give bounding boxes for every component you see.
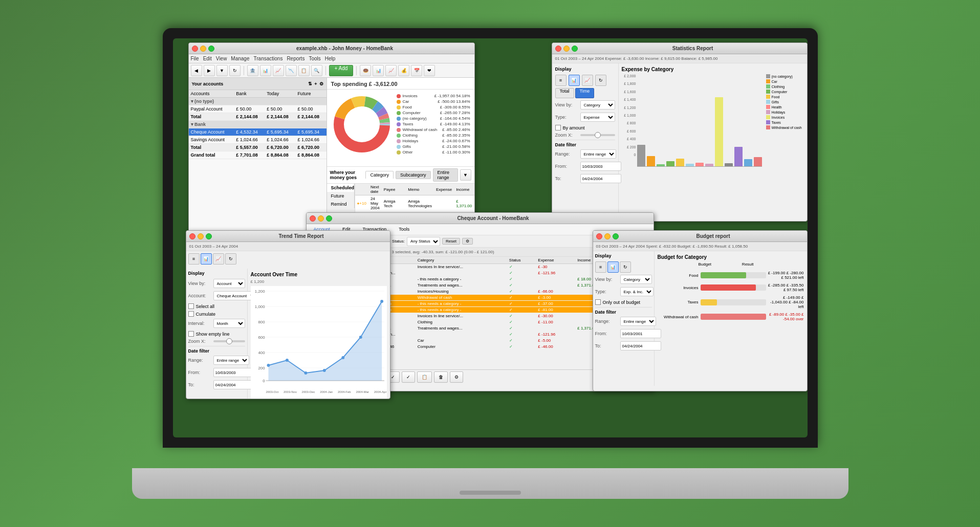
trend-range-select[interactable]: Entire range — [213, 356, 249, 365]
close-btn[interactable] — [192, 46, 198, 52]
main-window-controls[interactable] — [192, 46, 214, 52]
budget-viewby-select[interactable]: Category — [620, 275, 652, 284]
sched-row-1[interactable]: ●+10 24 May 2004 Amiga Tech Amiga Techno… — [355, 195, 474, 212]
stats-icon-line[interactable]: 📈 — [582, 75, 593, 86]
trend-min[interactable] — [198, 233, 204, 239]
trend-icon-list[interactable]: ≡ — [188, 253, 200, 265]
stats-zoom-slider[interactable] — [580, 134, 615, 136]
stats-icon-refresh[interactable]: ↻ — [595, 75, 606, 86]
toolbar-cal[interactable]: 📅 — [411, 65, 422, 76]
filter-icon[interactable]: ⚙ — [462, 238, 473, 245]
cheque-max[interactable] — [326, 215, 332, 222]
cumulate-checkbox[interactable] — [188, 311, 194, 317]
stats-range-select[interactable]: Entire range — [580, 149, 616, 159]
toolbar-bar[interactable]: 📊 — [373, 65, 384, 76]
settings-btn[interactable]: ⚙ — [450, 371, 463, 383]
toolbar-search[interactable]: 🔍 — [311, 65, 322, 76]
menu-tools[interactable]: Tools — [309, 56, 320, 61]
trend-interval-select[interactable]: Month — [213, 319, 245, 328]
toolbar-dd[interactable]: ▼ — [216, 65, 228, 76]
mode-total[interactable]: Total — [555, 88, 574, 98]
stats-viewby-select[interactable]: Category — [580, 100, 615, 109]
account-cheque[interactable]: Cheque Account £ 4,532.34 £ 5,695.34 £ 5… — [189, 128, 326, 136]
cheque-min[interactable] — [318, 215, 324, 222]
showempty-checkbox[interactable] — [188, 331, 194, 337]
range-dropdown[interactable]: ▼ — [460, 169, 471, 181]
menu-help[interactable]: Help — [325, 56, 336, 61]
clear-btn[interactable]: ✓ — [402, 371, 415, 383]
budget-min[interactable] — [604, 233, 611, 239]
toolbar-budget[interactable]: 💰 — [398, 65, 409, 76]
stats-max[interactable] — [572, 46, 578, 52]
sched-tab-future[interactable]: Future — [327, 192, 355, 200]
trend-icon-refresh[interactable]: ↻ — [225, 253, 236, 265]
budget-icon-bar[interactable]: 📊 — [607, 261, 619, 273]
toolbar-fwd[interactable]: ▶ — [204, 65, 215, 76]
toolbar-chart1[interactable]: 📊 — [260, 65, 271, 76]
tab-category[interactable]: Category — [365, 171, 394, 179]
trend-max[interactable] — [206, 233, 212, 239]
add-button[interactable]: + Add — [329, 65, 354, 76]
budget-range-select[interactable]: Entire range — [620, 317, 656, 326]
menu-view[interactable]: View — [216, 56, 227, 61]
toolbar-chart4[interactable]: 📋 — [298, 65, 310, 76]
stats-close[interactable] — [555, 46, 561, 52]
selectall-checkbox[interactable] — [188, 303, 194, 309]
menu-edit[interactable]: Edit — [203, 56, 212, 61]
toolbar-chart3[interactable]: 📉 — [286, 65, 297, 76]
trend-zoom-thumb[interactable] — [226, 338, 232, 344]
toolbar-back[interactable]: ◀ — [191, 65, 202, 76]
stats-icon-list[interactable]: ≡ — [555, 75, 567, 86]
budget-type-select[interactable]: Exp. & Inc. — [620, 287, 654, 296]
toolbar-accounts[interactable]: 🏦 — [247, 65, 258, 76]
stats-from-input[interactable] — [580, 162, 621, 171]
stats-controls[interactable] — [555, 46, 578, 52]
toolbar-pie[interactable]: 🍩 — [360, 65, 371, 76]
filter-reset-btn[interactable]: Reset — [442, 238, 460, 245]
budget-controls[interactable] — [596, 233, 619, 239]
max-btn[interactable] — [208, 46, 214, 52]
cheque-controls[interactable] — [310, 215, 332, 222]
menu-reports[interactable]: Reports — [287, 56, 304, 61]
filter-status[interactable]: Any Status — [407, 237, 440, 246]
toolbar-refresh[interactable]: ↻ — [229, 65, 241, 76]
trend-close[interactable] — [189, 233, 195, 239]
stats-zoom-thumb[interactable] — [595, 132, 601, 138]
toolbar-line[interactable]: 📈 — [385, 65, 397, 76]
delete-btn[interactable]: 🗑 — [434, 371, 448, 383]
toolbar-chart2[interactable]: 📈 — [273, 65, 284, 76]
trend-viewby-select[interactable]: Account — [213, 279, 245, 288]
accounts-settings-icon[interactable]: ⚙ — [319, 81, 323, 86]
onlyover-checkbox[interactable] — [595, 299, 601, 305]
accounts-add-icon[interactable]: + — [314, 81, 317, 86]
toolbar-heart[interactable]: ❤ — [424, 65, 435, 76]
accounts-sort-icon[interactable]: ⇅ — [308, 81, 312, 86]
trend-controls[interactable] — [189, 233, 212, 239]
stats-to-input[interactable] — [580, 174, 621, 183]
menu-transactions[interactable]: Transactions — [254, 56, 283, 61]
menu-file[interactable]: File — [191, 56, 199, 61]
mode-time[interactable]: Time — [575, 88, 595, 98]
copy-btn[interactable]: 📋 — [417, 371, 432, 383]
budget-icon-list[interactable]: ≡ — [595, 261, 606, 273]
account-paypal[interactable]: Paypal Account £ 50.00 £ 50.00 £ 50.00 — [189, 105, 326, 113]
tab-subcategory[interactable]: Subcategory — [396, 171, 431, 179]
trend-zoom-slider[interactable] — [213, 340, 245, 342]
trend-icon-line[interactable]: 📈 — [213, 253, 224, 265]
budget-close[interactable] — [596, 233, 602, 239]
menu-manage[interactable]: Manage — [231, 56, 249, 61]
byamount-checkbox[interactable] — [555, 125, 561, 130]
sched-tab-remind[interactable]: Remind — [327, 200, 355, 208]
cheque-close[interactable] — [310, 215, 316, 222]
budget-max[interactable] — [613, 233, 619, 239]
budget-icon-refresh[interactable]: ↻ — [620, 261, 631, 273]
stats-icon-bar[interactable]: 📊 — [569, 75, 580, 86]
tab-entire-range[interactable]: Entire range — [433, 168, 458, 182]
trend-icon-bar[interactable]: 📊 — [201, 253, 212, 265]
cheque-tab-tools[interactable]: Tools — [395, 226, 413, 234]
account-savings[interactable]: Savings Account £ 1,024.66 £ 1,024.66 £ … — [189, 136, 326, 144]
stats-min[interactable] — [563, 46, 570, 52]
stats-type-select[interactable]: Expense — [580, 113, 615, 122]
sched-tab-scheduled[interactable]: Scheduled — [327, 184, 355, 192]
min-btn[interactable] — [200, 46, 206, 52]
